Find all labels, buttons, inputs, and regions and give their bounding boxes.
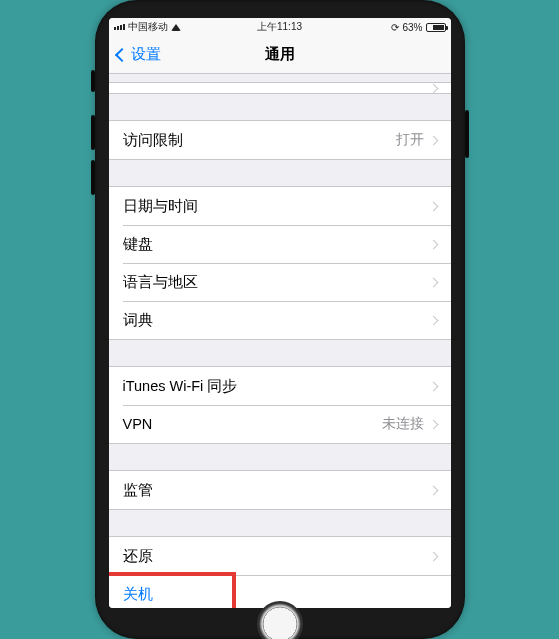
row-vpn[interactable]: VPN 未连接 bbox=[109, 405, 451, 443]
battery-icon bbox=[426, 23, 446, 32]
chevron-right-icon bbox=[428, 135, 438, 145]
nav-bar: 设置 通用 bbox=[109, 36, 451, 74]
row-label: iTunes Wi-Fi 同步 bbox=[123, 377, 238, 396]
row-itunes-wifi[interactable]: iTunes Wi-Fi 同步 bbox=[109, 367, 451, 405]
row-label: 访问限制 bbox=[123, 131, 183, 150]
phone-frame: 中国移动 上午11:13 ⟳ 63% 设置 通用 bbox=[95, 0, 465, 639]
row-label: 关机 bbox=[123, 585, 153, 604]
row-restrictions[interactable]: 访问限制 打开 bbox=[109, 121, 451, 159]
page-title: 通用 bbox=[265, 45, 295, 64]
settings-list[interactable]: 访问限制 打开 日期与时间 键盘 语言与地区 bbox=[109, 74, 451, 608]
chevron-right-icon bbox=[428, 83, 438, 93]
wifi-icon bbox=[171, 24, 181, 31]
back-label: 设置 bbox=[131, 45, 161, 64]
row-label: VPN bbox=[123, 416, 153, 432]
row-reset[interactable]: 还原 bbox=[109, 537, 451, 575]
group-sync: iTunes Wi-Fi 同步 VPN 未连接 bbox=[109, 366, 451, 444]
group-reset: 还原 关机 bbox=[109, 536, 451, 608]
chevron-right-icon bbox=[428, 485, 438, 495]
row-regulatory[interactable]: 监管 bbox=[109, 471, 451, 509]
row-datetime[interactable]: 日期与时间 bbox=[109, 187, 451, 225]
volume-up bbox=[91, 115, 95, 150]
status-time: 上午11:13 bbox=[257, 20, 302, 34]
row-label: 还原 bbox=[123, 547, 153, 566]
group-datetime: 日期与时间 键盘 语言与地区 词典 bbox=[109, 186, 451, 340]
chevron-right-icon bbox=[428, 381, 438, 391]
row-label: 词典 bbox=[123, 311, 153, 330]
chevron-right-icon bbox=[428, 201, 438, 211]
chevron-right-icon bbox=[428, 277, 438, 287]
status-left: 中国移动 bbox=[114, 20, 181, 34]
row-language[interactable]: 语言与地区 bbox=[109, 263, 451, 301]
row-keyboard[interactable]: 键盘 bbox=[109, 225, 451, 263]
chevron-right-icon bbox=[428, 315, 438, 325]
row-value: 未连接 bbox=[382, 415, 424, 433]
chevron-right-icon bbox=[428, 239, 438, 249]
chevron-right-icon bbox=[428, 551, 438, 561]
row-dictionary[interactable]: 词典 bbox=[109, 301, 451, 339]
row-label: 键盘 bbox=[123, 235, 153, 254]
chevron-left-icon bbox=[114, 47, 128, 61]
mute-switch bbox=[91, 70, 95, 92]
battery-pct: 63% bbox=[402, 22, 422, 33]
row-label: 监管 bbox=[123, 481, 153, 500]
status-bar: 中国移动 上午11:13 ⟳ 63% bbox=[109, 18, 451, 36]
row-value: 打开 bbox=[396, 131, 424, 149]
orientation-lock-icon: ⟳ bbox=[391, 22, 399, 33]
row-label: 日期与时间 bbox=[123, 197, 198, 216]
volume-down bbox=[91, 160, 95, 195]
power-button bbox=[465, 110, 469, 158]
carrier-label: 中国移动 bbox=[128, 20, 168, 34]
row-label: 语言与地区 bbox=[123, 273, 198, 292]
group-restrictions: 访问限制 打开 bbox=[109, 120, 451, 160]
signal-icon bbox=[114, 24, 125, 30]
screen: 中国移动 上午11:13 ⟳ 63% 设置 通用 bbox=[109, 18, 451, 608]
back-button[interactable]: 设置 bbox=[117, 45, 161, 64]
group-partial-top bbox=[109, 82, 451, 94]
chevron-right-icon bbox=[428, 419, 438, 429]
status-right: ⟳ 63% bbox=[391, 22, 445, 33]
home-button[interactable] bbox=[257, 601, 303, 639]
group-regulatory: 监管 bbox=[109, 470, 451, 510]
row-truncated[interactable] bbox=[109, 83, 451, 93]
